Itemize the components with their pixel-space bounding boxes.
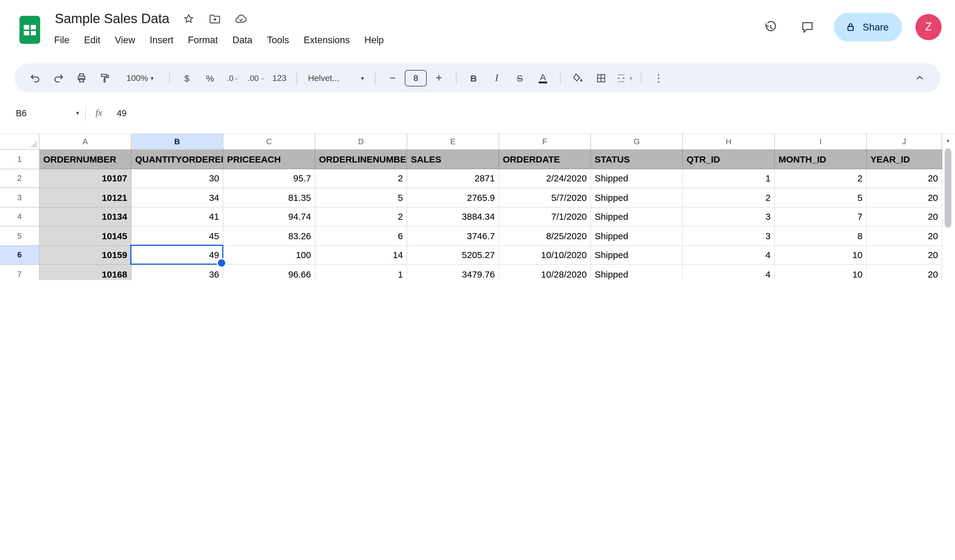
cell-H6[interactable]: 4 <box>683 246 775 265</box>
menu-extensions[interactable]: Extensions <box>297 32 357 49</box>
cell-I5[interactable]: 8 <box>775 227 867 246</box>
fill-handle[interactable] <box>217 258 226 268</box>
decrease-decimal-button[interactable]: .0 ← <box>222 68 244 88</box>
cell-D2[interactable]: 2 <box>315 169 407 188</box>
cell-J3[interactable]: 20 <box>867 188 942 207</box>
vertical-scrollbar-thumb[interactable] <box>945 149 951 228</box>
cell-D3[interactable]: 5 <box>315 188 407 207</box>
cell-J5[interactable]: 20 <box>867 227 942 246</box>
cell-E6[interactable]: 5205.27 <box>407 246 499 265</box>
menu-insert[interactable]: Insert <box>143 32 180 49</box>
cell-D7[interactable]: 1 <box>315 265 407 280</box>
redo-button[interactable] <box>47 68 69 88</box>
cell-C1[interactable]: PRICEEACH <box>223 150 315 169</box>
column-header-F[interactable]: F <box>499 134 591 150</box>
cell-H5[interactable]: 3 <box>683 227 775 246</box>
formula-input[interactable]: 49 <box>117 108 955 118</box>
cell-D1[interactable]: ORDERLINENUMBER <box>315 150 407 169</box>
menu-help[interactable]: Help <box>358 32 390 49</box>
cell-F4[interactable]: 7/1/2020 <box>499 207 591 227</box>
row-header-7[interactable]: 7 <box>0 265 39 280</box>
select-all-corner[interactable] <box>0 134 39 150</box>
zoom-select[interactable]: 100% ▾ <box>117 68 163 88</box>
sheets-logo-icon[interactable] <box>16 15 44 45</box>
row-header-5[interactable]: 5 <box>0 227 39 246</box>
cell-D4[interactable]: 2 <box>315 207 407 227</box>
cell-J2[interactable]: 20 <box>867 169 942 188</box>
format-percent-button[interactable]: % <box>199 68 221 88</box>
column-header-D[interactable]: D <box>315 134 407 150</box>
cell-I1[interactable]: MONTH_ID <box>775 150 867 169</box>
cell-E1[interactable]: SALES <box>407 150 499 169</box>
cell-I7[interactable]: 10 <box>775 265 867 280</box>
column-header-G[interactable]: G <box>591 134 683 150</box>
more-toolbar-button[interactable]: ⋮ <box>648 68 670 88</box>
row-header-2[interactable]: 2 <box>0 169 39 188</box>
cell-C3[interactable]: 81.35 <box>223 188 315 207</box>
share-button[interactable]: Share <box>834 13 902 41</box>
move-folder-icon[interactable] <box>208 13 221 25</box>
cell-B4[interactable]: 41 <box>132 207 223 227</box>
menu-edit[interactable]: Edit <box>77 32 107 49</box>
menu-tools[interactable]: Tools <box>260 32 296 49</box>
cell-F5[interactable]: 8/25/2020 <box>499 227 591 246</box>
row-header-6[interactable]: 6 <box>0 246 39 265</box>
hide-menus-button[interactable] <box>909 68 931 88</box>
font-size-input[interactable]: 8 <box>405 70 427 86</box>
cell-A1[interactable]: ORDERNUMBER <box>39 150 132 169</box>
more-formats-button[interactable]: 123 <box>268 68 290 88</box>
cell-G5[interactable]: Shipped <box>591 227 683 246</box>
cell-H1[interactable]: QTR_ID <box>683 150 775 169</box>
cell-A4[interactable]: 10134 <box>39 207 132 227</box>
vertical-scrollbar[interactable]: ▴ ▾ <box>943 135 953 280</box>
cell-F7[interactable]: 10/28/2020 <box>499 265 591 280</box>
row-header-4[interactable]: 4 <box>0 207 39 227</box>
cell-C6[interactable]: 100 <box>223 246 315 265</box>
cell-G3[interactable]: Shipped <box>591 188 683 207</box>
cell-I6[interactable]: 10 <box>775 246 867 265</box>
cell-J6[interactable]: 20 <box>867 246 942 265</box>
cell-F6[interactable]: 10/10/2020 <box>499 246 591 265</box>
column-header-C[interactable]: C <box>223 134 315 150</box>
menu-view[interactable]: View <box>108 32 142 49</box>
menu-file[interactable]: File <box>47 32 76 49</box>
column-header-B[interactable]: B <box>132 134 223 150</box>
borders-button[interactable] <box>590 68 612 88</box>
column-header-H[interactable]: H <box>683 134 775 150</box>
row-header-1[interactable]: 1 <box>0 150 39 169</box>
cell-B1[interactable]: QUANTITYORDERED <box>132 150 223 169</box>
column-header-E[interactable]: E <box>407 134 499 150</box>
cell-J4[interactable]: 20 <box>867 207 942 227</box>
cell-F1[interactable]: ORDERDATE <box>499 150 591 169</box>
cell-A2[interactable]: 10107 <box>39 169 132 188</box>
menu-format[interactable]: Format <box>182 32 225 49</box>
cell-H4[interactable]: 3 <box>683 207 775 227</box>
cell-B7[interactable]: 36 <box>132 265 223 280</box>
name-box[interactable]: B6 ▾ <box>16 108 79 118</box>
cell-I3[interactable]: 5 <box>775 188 867 207</box>
font-select[interactable]: Helvet... ▾ <box>303 68 369 88</box>
cell-E7[interactable]: 3479.76 <box>407 265 499 280</box>
cell-H7[interactable]: 4 <box>683 265 775 280</box>
version-history-button[interactable] <box>758 14 784 41</box>
column-header-J[interactable]: J <box>867 134 942 150</box>
decrease-font-size-button[interactable]: − <box>382 68 404 88</box>
cell-B5[interactable]: 45 <box>132 227 223 246</box>
cell-I2[interactable]: 2 <box>775 169 867 188</box>
cell-H3[interactable]: 2 <box>683 188 775 207</box>
paint-format-button[interactable] <box>94 68 116 88</box>
account-avatar[interactable]: Z <box>916 14 942 40</box>
text-color-button[interactable]: A <box>532 68 554 88</box>
italic-button[interactable]: I <box>486 68 508 88</box>
cell-B6[interactable]: 49 <box>132 246 223 265</box>
cell-E2[interactable]: 2871 <box>407 169 499 188</box>
cell-C5[interactable]: 83.26 <box>223 227 315 246</box>
cell-A6[interactable]: 10159 <box>39 246 132 265</box>
format-currency-button[interactable]: $ <box>176 68 198 88</box>
column-header-A[interactable]: A <box>39 134 132 150</box>
cell-E5[interactable]: 3746.7 <box>407 227 499 246</box>
bold-button[interactable]: B <box>463 68 484 88</box>
comments-button[interactable] <box>794 14 821 41</box>
cell-A7[interactable]: 10168 <box>39 265 132 280</box>
cell-C2[interactable]: 95.7 <box>223 169 315 188</box>
